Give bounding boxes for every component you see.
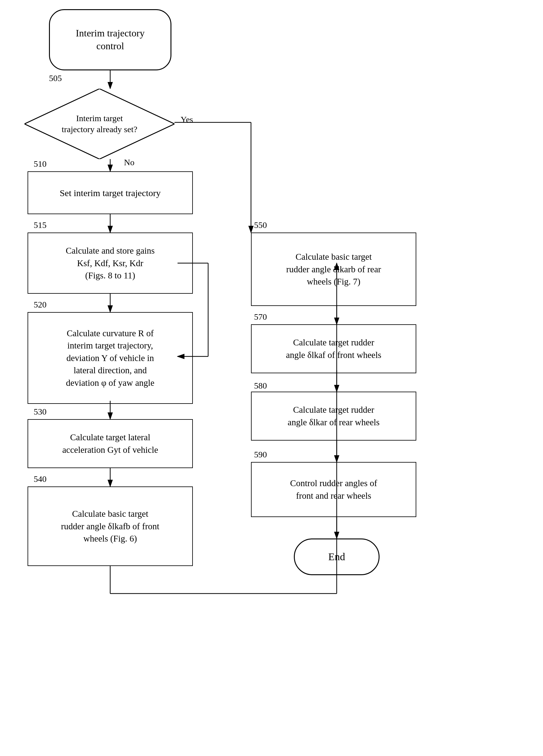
decision-box: Interim targettrajectory already set? bbox=[24, 89, 174, 159]
box-550-text: Calculate basic target rudder angle δlka… bbox=[286, 251, 381, 288]
step-520-label: 520 bbox=[34, 300, 46, 310]
step-505-label: 505 bbox=[49, 73, 62, 83]
box-550: Calculate basic target rudder angle δlka… bbox=[251, 233, 416, 306]
box-510-text: Set interim target trajectory bbox=[60, 187, 161, 199]
step-530-label: 530 bbox=[34, 407, 46, 417]
step-540-label: 540 bbox=[34, 474, 46, 484]
step-550-label: 550 bbox=[254, 220, 267, 230]
end-label: End bbox=[329, 550, 345, 564]
step-510-label: 510 bbox=[34, 159, 46, 169]
box-590-text: Control rudder angles of front and rear … bbox=[290, 477, 377, 502]
box-580: Calculate target rudder angle δlkar of r… bbox=[251, 392, 416, 441]
decision-label: Interim targettrajectory already set? bbox=[52, 113, 146, 135]
box-570: Calculate target rudder angle δlkaf of f… bbox=[251, 324, 416, 373]
box-570-text: Calculate target rudder angle δlkaf of f… bbox=[286, 336, 381, 361]
box-520: Calculate curvature R of interim target … bbox=[28, 312, 193, 404]
yes-label: Yes bbox=[180, 115, 193, 125]
step-515-label: 515 bbox=[34, 220, 46, 230]
box-520-text: Calculate curvature R of interim target … bbox=[66, 327, 154, 389]
box-510: Set interim target trajectory bbox=[28, 171, 193, 214]
box-590: Control rudder angles of front and rear … bbox=[251, 462, 416, 517]
box-515-text: Calculate and store gains Ksf, Kdf, Ksr,… bbox=[66, 244, 155, 282]
box-530-text: Calculate target lateral acceleration Gy… bbox=[62, 431, 158, 456]
step-590-label: 590 bbox=[254, 450, 267, 460]
step-580-label: 580 bbox=[254, 381, 267, 391]
start-terminal: Interim trajectory control bbox=[49, 9, 171, 70]
box-515: Calculate and store gains Ksf, Kdf, Ksr,… bbox=[28, 233, 193, 294]
step-570-label: 570 bbox=[254, 312, 267, 322]
box-540: Calculate basic target rudder angle δlka… bbox=[28, 486, 193, 566]
end-terminal: End bbox=[294, 538, 380, 575]
start-label: Interim trajectory control bbox=[76, 27, 145, 52]
box-540-text: Calculate basic target rudder angle δlka… bbox=[61, 508, 159, 545]
no-label: No bbox=[124, 158, 134, 167]
diagram-container: Interim trajectory control 505 Interim t… bbox=[0, 0, 543, 756]
box-580-text: Calculate target rudder angle δlkar of r… bbox=[288, 404, 380, 428]
box-530: Calculate target lateral acceleration Gy… bbox=[28, 419, 193, 468]
